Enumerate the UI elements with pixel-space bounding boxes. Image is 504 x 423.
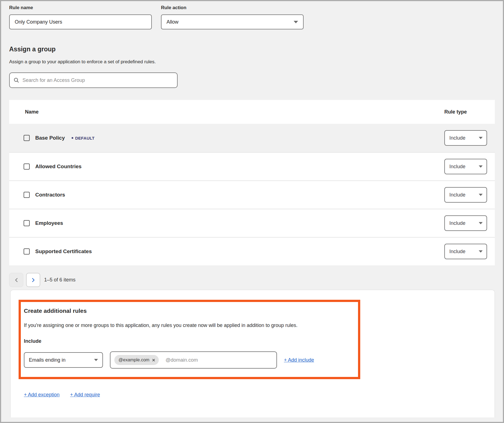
rule-links-row: + Add exception + Add require bbox=[24, 392, 495, 398]
row-checkbox[interactable] bbox=[24, 220, 30, 226]
row-checkbox[interactable] bbox=[24, 163, 30, 170]
close-icon bbox=[152, 359, 155, 362]
group-name: Allowed Countries bbox=[35, 163, 82, 170]
row-name-cell: Contractors bbox=[9, 192, 444, 198]
email-domain-chip: @example.com bbox=[114, 355, 159, 365]
rule-type-cell: Include bbox=[444, 215, 495, 231]
include-rule-controls: Emails ending in @example.com bbox=[24, 351, 352, 369]
additional-rules-panel: Create additional rules If you're assign… bbox=[10, 290, 495, 417]
chevron-down-icon bbox=[479, 165, 483, 168]
add-exception-link[interactable]: + Add exception bbox=[24, 392, 60, 398]
chevron-down-icon bbox=[479, 194, 483, 196]
row-checkbox[interactable] bbox=[24, 135, 30, 141]
chevron-down-icon bbox=[479, 222, 483, 224]
rule-type-value: Include bbox=[449, 135, 465, 141]
table-header: Name Rule type bbox=[9, 100, 495, 124]
chevron-right-icon bbox=[31, 278, 35, 283]
previous-page-button[interactable] bbox=[9, 273, 23, 287]
rule-type-cell: Include bbox=[444, 244, 495, 259]
rule-name-input[interactable] bbox=[9, 14, 152, 29]
assign-group-description: Assign a group to your application to en… bbox=[9, 59, 503, 65]
group-name: Employees bbox=[35, 220, 63, 226]
rule-type-cell: Include bbox=[444, 159, 495, 174]
rule-type-value: Include bbox=[449, 249, 465, 255]
access-group-search[interactable] bbox=[9, 72, 178, 88]
row-name-cell: Allowed Countries bbox=[9, 163, 444, 170]
rule-action-label: Rule action bbox=[161, 5, 304, 11]
rule-form: Rule name Rule action Allow bbox=[9, 5, 503, 29]
chevron-down-icon bbox=[94, 359, 98, 361]
table-row: Allowed Countries Include bbox=[9, 152, 495, 180]
add-require-link[interactable]: + Add require bbox=[70, 392, 100, 398]
badge-dot-icon bbox=[72, 137, 73, 139]
search-icon bbox=[14, 77, 19, 83]
rule-type-value: Include bbox=[449, 164, 465, 170]
rule-type-select[interactable]: Include bbox=[444, 215, 487, 231]
table-row: Employees Include bbox=[9, 209, 495, 237]
next-page-button[interactable] bbox=[26, 273, 40, 287]
rule-type-select[interactable]: Include bbox=[444, 130, 487, 146]
create-additional-rules-highlight: Create additional rules If you're assign… bbox=[19, 300, 360, 379]
column-header-name: Name bbox=[9, 109, 444, 115]
rule-type-cell: Include bbox=[444, 130, 495, 146]
access-groups-table: Name Rule type Base Policy DEFAULT Inclu… bbox=[9, 100, 495, 265]
rule-action-select[interactable]: Allow bbox=[161, 14, 304, 29]
email-domain-input[interactable] bbox=[165, 357, 274, 363]
rule-criteria-select[interactable]: Emails ending in bbox=[24, 352, 103, 368]
rule-type-select[interactable]: Include bbox=[444, 187, 487, 203]
group-name: Contractors bbox=[35, 192, 65, 198]
rule-type-cell: Include bbox=[444, 187, 495, 203]
badge-label: DEFAULT bbox=[75, 136, 95, 140]
additional-rules-description: If you're assigning one or more groups t… bbox=[24, 323, 352, 328]
rule-type-select[interactable]: Include bbox=[444, 244, 487, 259]
group-name: Supported Certificates bbox=[35, 248, 92, 255]
rule-type-value: Include bbox=[449, 192, 465, 198]
row-name-cell: Base Policy DEFAULT bbox=[9, 135, 444, 141]
rule-type-select[interactable]: Include bbox=[444, 159, 487, 174]
row-name-cell: Employees bbox=[9, 220, 444, 226]
pagination: 1–5 of 6 items bbox=[9, 273, 503, 287]
rule-name-label: Rule name bbox=[9, 5, 152, 11]
chevron-down-icon bbox=[294, 21, 298, 23]
chevron-down-icon bbox=[479, 137, 483, 139]
access-rule-page: Rule name Rule action Allow Assign a gro… bbox=[0, 0, 504, 423]
chip-label: @example.com bbox=[119, 357, 149, 362]
row-name-cell: Supported Certificates bbox=[9, 248, 444, 255]
assign-group-heading: Assign a group bbox=[9, 46, 503, 53]
table-row: Base Policy DEFAULT Include bbox=[9, 124, 495, 152]
table-row: Contractors Include bbox=[9, 180, 495, 209]
pagination-label: 1–5 of 6 items bbox=[44, 277, 75, 283]
search-input[interactable] bbox=[22, 73, 173, 87]
include-section-label: Include bbox=[24, 338, 352, 344]
chevron-down-icon bbox=[479, 250, 483, 253]
table-row: Supported Certificates Include bbox=[9, 237, 495, 265]
default-badge: DEFAULT bbox=[72, 136, 95, 140]
column-header-rule-type: Rule type bbox=[444, 109, 495, 115]
add-include-link[interactable]: + Add include bbox=[284, 357, 314, 363]
rule-type-value: Include bbox=[449, 220, 465, 226]
rule-action-value: Allow bbox=[167, 19, 178, 25]
remove-chip-button[interactable] bbox=[152, 359, 155, 362]
rule-action-field-group: Rule action Allow bbox=[161, 5, 304, 29]
email-domain-tag-input[interactable]: @example.com bbox=[110, 351, 277, 369]
group-name: Base Policy bbox=[35, 135, 65, 141]
additional-rules-heading: Create additional rules bbox=[24, 308, 352, 314]
chevron-left-icon bbox=[14, 278, 18, 283]
row-checkbox[interactable] bbox=[24, 248, 30, 255]
row-checkbox[interactable] bbox=[24, 192, 30, 198]
rule-criteria-value: Emails ending in bbox=[29, 357, 65, 363]
rule-name-field-group: Rule name bbox=[9, 5, 152, 29]
